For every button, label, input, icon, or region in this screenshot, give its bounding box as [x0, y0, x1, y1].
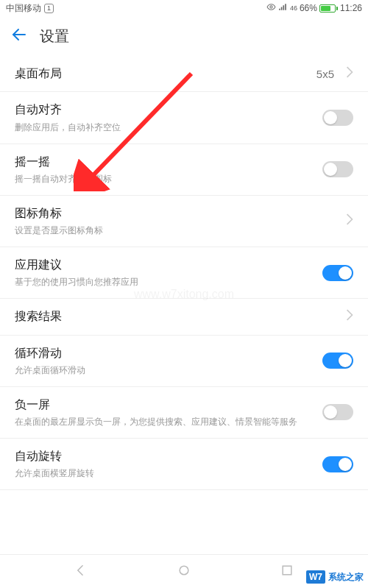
- row-subtitle: 删除应用后，自动补齐空位: [15, 121, 315, 134]
- row-search-results[interactable]: 搜索结果: [0, 299, 368, 335]
- toggle-app-suggestion[interactable]: [322, 265, 353, 281]
- chevron-right-icon: [346, 66, 353, 81]
- row-subtitle: 允许桌面循环滑动: [15, 364, 315, 377]
- eye-comfort-icon: [266, 2, 276, 14]
- row-subtitle: 摇一摇自动对齐桌面图标: [15, 173, 315, 185]
- settings-list: 桌面布局 5x5 自动对齐 删除应用后，自动补齐空位 摇一摇 摇一摇自动对齐桌面…: [0, 56, 368, 490]
- watermark-logo: W7: [306, 570, 325, 584]
- battery-percent: 66%: [300, 3, 317, 13]
- sim-slot-badge: 1: [44, 4, 54, 13]
- status-bar: 中国移动 1 46 66% 11:26: [0, 0, 368, 16]
- header: 设置: [0, 16, 368, 56]
- chevron-right-icon: [346, 213, 353, 228]
- nav-home-icon[interactable]: [177, 563, 191, 581]
- carrier-name: 中国移动: [6, 2, 41, 15]
- svg-point-0: [270, 6, 272, 8]
- row-desktop-layout[interactable]: 桌面布局 5x5: [0, 56, 368, 92]
- nav-back-icon[interactable]: [74, 563, 88, 581]
- row-app-suggestion: 应用建议 基于您的使用习惯向您推荐应用: [0, 247, 368, 299]
- watermark-text: 系统之家: [328, 571, 364, 584]
- watermark: W7 系统之家: [306, 570, 364, 584]
- row-subtitle: 在桌面的最左屏显示负一屏，为您提供搜索、应用建议、情景智能等服务: [15, 416, 315, 428]
- row-value: 5x5: [316, 68, 334, 80]
- row-auto-rotate: 自动旋转 允许桌面横竖屏旋转: [0, 439, 368, 490]
- row-subtitle: 允许桌面横竖屏旋转: [15, 467, 315, 480]
- row-title: 自动旋转: [15, 448, 315, 464]
- row-title: 搜索结果: [15, 308, 339, 325]
- row-title: 桌面布局: [15, 65, 309, 82]
- svg-rect-5: [283, 566, 291, 575]
- svg-point-4: [180, 566, 188, 575]
- nav-recent-icon[interactable]: [280, 563, 294, 581]
- toggle-shake[interactable]: [322, 161, 353, 177]
- row-subtitle: 基于您的使用习惯向您推荐应用: [15, 276, 315, 288]
- toggle-auto-rotate[interactable]: [322, 456, 353, 472]
- row-title: 自动对齐: [15, 102, 315, 118]
- row-title: 负一屏: [15, 397, 315, 413]
- battery-icon: [319, 4, 338, 13]
- page-title: 设置: [40, 26, 69, 46]
- toggle-auto-align[interactable]: [322, 110, 353, 126]
- toggle-minus-one[interactable]: [322, 404, 353, 420]
- back-arrow-icon[interactable]: [10, 26, 28, 46]
- row-title: 摇一摇: [15, 154, 315, 170]
- chevron-right-icon: [346, 309, 353, 324]
- row-title: 图标角标: [15, 205, 339, 222]
- row-title: 应用建议: [15, 257, 315, 273]
- row-loop-scroll: 循环滑动 允许桌面循环滑动: [0, 336, 368, 387]
- toggle-loop-scroll[interactable]: [322, 353, 353, 369]
- row-subtitle: 设置是否显示图标角标: [15, 224, 339, 237]
- clock: 11:26: [340, 3, 362, 13]
- row-title: 循环滑动: [15, 345, 315, 361]
- network-label: 46: [290, 4, 297, 12]
- row-minus-one-screen: 负一屏 在桌面的最左屏显示负一屏，为您提供搜索、应用建议、情景智能等服务: [0, 387, 368, 439]
- row-icon-badge[interactable]: 图标角标 设置是否显示图标角标: [0, 196, 368, 247]
- row-shake: 摇一摇 摇一摇自动对齐桌面图标: [0, 144, 368, 196]
- row-auto-align: 自动对齐 删除应用后，自动补齐空位: [0, 92, 368, 144]
- signal-icon: [278, 2, 288, 14]
